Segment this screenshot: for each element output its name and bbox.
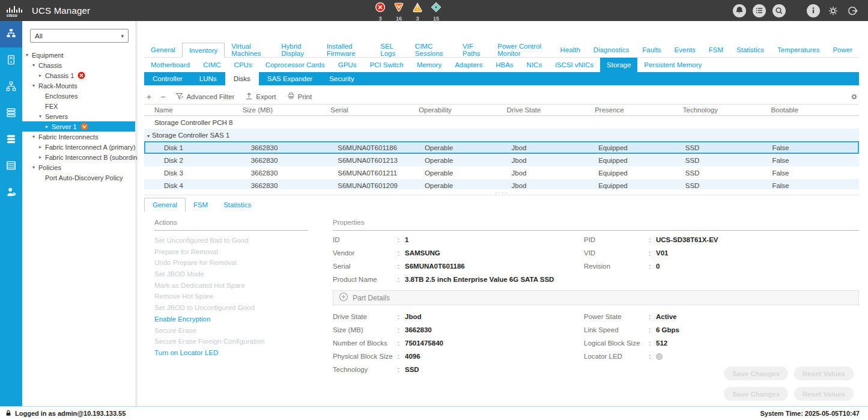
remove-button[interactable]: −: [158, 92, 168, 102]
storage-tab-disks[interactable]: Disks: [225, 72, 259, 85]
tree-item-servers[interactable]: ▾Servers: [22, 111, 135, 121]
bell-icon[interactable]: [733, 4, 746, 17]
tree-item-chassis[interactable]: ▾Chassis: [22, 60, 135, 70]
action-enable-encryption[interactable]: Enable Encryption: [154, 314, 308, 325]
tab-virtual-machines[interactable]: Virtual Machines: [225, 43, 275, 57]
expander-arrow-icon[interactable]: ▸: [39, 144, 45, 150]
rail-item-equipment[interactable]: [0, 21, 22, 47]
tab-general[interactable]: General: [144, 43, 182, 57]
fault-badge-healthy[interactable]: 15: [429, 2, 443, 22]
tree-filter-select[interactable]: All ▾: [30, 29, 129, 43]
reset-values-button[interactable]: Reset Values: [794, 367, 854, 380]
tab-faults[interactable]: Faults: [636, 43, 667, 57]
column-header-bootable[interactable]: Bootable: [771, 106, 859, 114]
subtab-hbas[interactable]: HBAs: [489, 58, 520, 72]
table-row-storage-controller-sas-1[interactable]: ▾Storage Controller SAS 1: [144, 129, 859, 141]
tab-vif-paths[interactable]: VIF Paths: [456, 43, 491, 57]
subtab-storage[interactable]: Storage: [600, 58, 637, 72]
subtab-cpus[interactable]: CPUs: [228, 58, 259, 72]
rail-item-lan[interactable]: [0, 74, 22, 100]
detail-tab-general[interactable]: General: [144, 198, 186, 212]
tree-item-fex[interactable]: FEX: [22, 101, 135, 111]
subtab-adapters[interactable]: Adapters: [448, 58, 489, 72]
rail-item-vm[interactable]: [0, 127, 22, 153]
fault-badge-critical[interactable]: 3: [374, 2, 387, 22]
expander-arrow-icon[interactable]: ▾: [26, 52, 32, 58]
expander-arrow-icon[interactable]: ▸: [39, 73, 45, 78]
tree-item-fabric-interconnects[interactable]: ▾Fabric Interconnects: [22, 132, 135, 142]
tab-installed-firmware[interactable]: Installed Firmware: [320, 43, 374, 57]
subtab-pci-switch[interactable]: PCI Switch: [363, 58, 410, 72]
table-settings-gear-icon[interactable]: [849, 92, 859, 102]
gear-icon[interactable]: [827, 4, 840, 17]
fault-badge-minor[interactable]: 3: [411, 2, 424, 22]
column-header-size-mb[interactable]: Size (MB): [243, 106, 331, 114]
print-button[interactable]: Print: [284, 91, 315, 102]
column-header-technology[interactable]: Technology: [683, 106, 771, 114]
subtab-memory[interactable]: Memory: [410, 58, 449, 72]
add-button[interactable]: +: [144, 92, 154, 102]
group-expander-icon[interactable]: ▾: [147, 133, 150, 139]
advanced-filter-button[interactable]: Advanced Filter: [172, 91, 237, 102]
fault-badge-major[interactable]: 16: [392, 2, 405, 22]
column-header-presence[interactable]: Presence: [595, 106, 683, 114]
pane-splitter[interactable]: ····: [144, 189, 859, 195]
expander-arrow-icon[interactable]: ▸: [46, 124, 52, 129]
tree-item-chassis-1[interactable]: ▸Chassis 1: [22, 70, 135, 81]
storage-tab-luns[interactable]: LUNs: [191, 72, 225, 85]
rail-item-admin[interactable]: [0, 180, 22, 206]
expander-arrow-icon[interactable]: ▾: [32, 62, 38, 68]
logout-icon[interactable]: [846, 4, 860, 17]
table-row-disk-1[interactable]: Disk 13662830S6MUNA0T601186OperableJbodE…: [144, 141, 859, 154]
storage-tab-controller[interactable]: Controller: [144, 72, 191, 85]
detail-tab-fsm[interactable]: FSM: [186, 198, 216, 212]
subtab-persistent-memory[interactable]: Persistent Memory: [637, 58, 708, 72]
tab-sel-logs[interactable]: SEL Logs: [374, 43, 408, 57]
list-icon[interactable]: [753, 4, 766, 17]
part-details-expander[interactable]: Part Details: [333, 290, 859, 305]
tree-item-enclosures[interactable]: Enclosures: [22, 91, 135, 101]
save-changes-button[interactable]: Save Changes: [724, 387, 788, 401]
column-header-name[interactable]: Name: [144, 106, 243, 114]
expander-arrow-icon[interactable]: ▸: [39, 154, 45, 160]
subtab-motherboard[interactable]: Motherboard: [144, 58, 196, 72]
table-row-storage-controller-pch-8[interactable]: Storage Controller PCH 8: [144, 116, 859, 129]
table-row-disk-2[interactable]: Disk 23662830S6MUNA0T601213OperableJbodE…: [144, 154, 859, 166]
tab-power[interactable]: Power: [826, 43, 859, 57]
reset-values-button[interactable]: Reset Values: [794, 387, 854, 401]
tab-fsm[interactable]: FSM: [702, 43, 730, 57]
info-icon[interactable]: [807, 4, 820, 17]
tab-hybrid-display[interactable]: Hybrid Display: [275, 43, 320, 57]
tree-item-server-1[interactable]: ▸Server 1: [22, 121, 135, 132]
tab-temperatures[interactable]: Temperatures: [771, 43, 826, 57]
save-changes-button[interactable]: Save Changes: [724, 367, 788, 380]
tree-item-rack-mounts[interactable]: ▾Rack-Mounts: [22, 81, 135, 91]
column-header-serial[interactable]: Serial: [330, 106, 419, 114]
tab-cimc-sessions[interactable]: CIMC Sessions: [408, 43, 456, 57]
column-header-drive-state[interactable]: Drive State: [507, 106, 595, 114]
tab-health[interactable]: Health: [554, 43, 587, 57]
expander-arrow-icon[interactable]: ▾: [32, 165, 38, 170]
storage-tab-sas-expander[interactable]: SAS Expander: [259, 72, 321, 85]
detail-tab-statistics[interactable]: Statistics: [216, 198, 259, 212]
subtab-iscsi-vnics[interactable]: iSCSI vNICs: [548, 58, 600, 72]
rail-item-servers[interactable]: [0, 47, 22, 74]
rail-item-storage[interactable]: [0, 153, 22, 180]
table-row-disk-4[interactable]: Disk 43662830S6MUNA0T601209OperableJbodE…: [144, 179, 859, 189]
subtab-cimc[interactable]: CIMC: [196, 58, 227, 72]
subtab-nics[interactable]: NICs: [520, 58, 549, 72]
expander-arrow-icon[interactable]: ▾: [32, 134, 38, 139]
tree-item-port-auto-discovery-policy[interactable]: Port Auto-Discovery Policy: [22, 172, 135, 183]
tree-item-policies[interactable]: ▾Policies: [22, 162, 135, 172]
subtab-gpus[interactable]: GPUs: [332, 58, 363, 72]
search-icon[interactable]: [772, 4, 786, 17]
tree-item-equipment[interactable]: ▾Equipment: [22, 50, 135, 60]
expander-arrow-icon[interactable]: ▾: [32, 83, 38, 88]
tree-item-fabric-interconnect-a-primary[interactable]: ▸Fabric Interconnect A (primary): [22, 142, 135, 152]
expander-arrow-icon[interactable]: ▾: [39, 114, 45, 119]
table-row-disk-3[interactable]: Disk 33662830S6MUNA0T601211OperableJbodE…: [144, 166, 859, 179]
storage-tab-security[interactable]: Security: [321, 72, 363, 85]
tab-events[interactable]: Events: [668, 43, 702, 57]
tab-inventory[interactable]: Inventory: [182, 43, 225, 58]
action-turn-on-locator-led[interactable]: Turn on Locator LED: [154, 347, 308, 359]
